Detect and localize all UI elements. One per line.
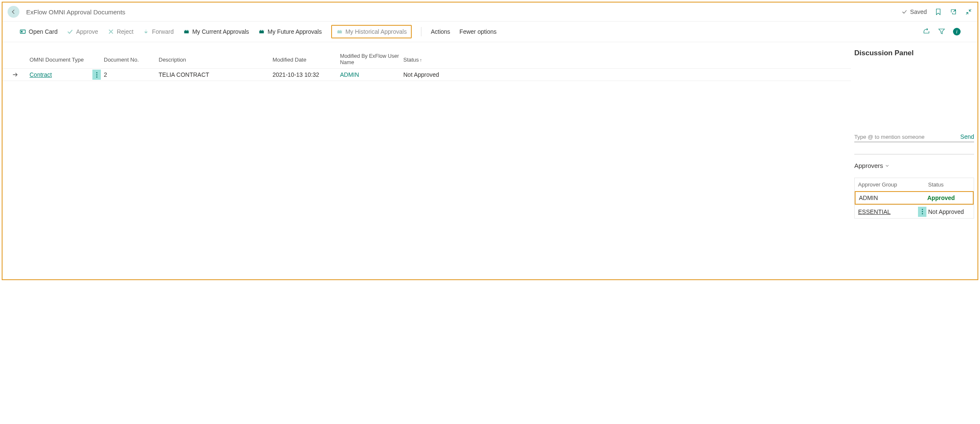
- approvers-row[interactable]: ESSENTIAL Not Approved: [855, 205, 974, 218]
- svg-rect-11: [337, 30, 338, 31]
- approve-button[interactable]: Approve: [67, 28, 98, 35]
- cell-modified-date: 2021-10-13 10:32: [271, 71, 338, 78]
- forward-label: Forward: [152, 28, 173, 35]
- col-status-label: Status: [403, 57, 419, 63]
- approver-group-link[interactable]: ESSENTIAL: [858, 208, 891, 215]
- svg-rect-5: [187, 30, 188, 31]
- approvers-section-toggle[interactable]: Approvers: [854, 162, 974, 169]
- cell-doc-no: 2: [102, 71, 157, 78]
- vertical-dots-icon: [96, 72, 97, 78]
- cell-status: Not Approved: [402, 71, 452, 78]
- toolbar-right: i: [923, 27, 961, 36]
- toolbar-separator: [421, 27, 421, 36]
- actions-label: Actions: [431, 28, 450, 35]
- saved-indicator: Saved: [902, 8, 927, 15]
- main-grid-area: OMNI Document Type Document No. Descript…: [3, 42, 851, 280]
- share-icon[interactable]: [923, 27, 930, 36]
- col-doc-type[interactable]: OMNI Document Type: [28, 57, 91, 63]
- approver-row-menu[interactable]: [918, 207, 926, 217]
- my-current-label: My Current Approvals: [192, 28, 249, 35]
- x-icon: [108, 28, 114, 35]
- check-icon: [67, 28, 73, 35]
- discussion-input-row: Send: [854, 133, 974, 142]
- col-modified-by-label: Modified By ExFlow User Name: [340, 53, 399, 65]
- approver-group-cell[interactable]: ESSENTIAL: [858, 208, 916, 215]
- grid-header: OMNI Document Type Document No. Descript…: [3, 53, 851, 68]
- col-doc-no[interactable]: Document No.: [102, 57, 157, 63]
- cell-doc-type[interactable]: Contract: [28, 71, 91, 78]
- cell-description: TELIA CONTRACT: [157, 71, 271, 78]
- svg-rect-12: [339, 30, 340, 31]
- approver-status-cell: Not Approved: [928, 208, 970, 215]
- popout-icon[interactable]: [950, 8, 957, 16]
- open-card-label: Open Card: [29, 28, 57, 35]
- svg-rect-8: [261, 30, 262, 31]
- my-future-label: My Future Approvals: [267, 28, 321, 35]
- approve-label: Approve: [76, 28, 98, 35]
- title-bar-right: Saved: [902, 8, 972, 16]
- doc-type-link[interactable]: Contract: [30, 71, 52, 78]
- action-toolbar: Open Card Approve Reject Forward My Curr…: [3, 22, 977, 42]
- row-actions-menu[interactable]: [92, 70, 101, 80]
- approver-status-cell: Approved: [927, 194, 969, 201]
- my-historical-approvals-button[interactable]: My Historical Approvals: [331, 25, 412, 38]
- svg-rect-4: [186, 30, 186, 31]
- col-modified-date[interactable]: Modified Date: [271, 57, 338, 63]
- col-status[interactable]: Status↑: [402, 57, 452, 63]
- cell-modified-by[interactable]: ADMIN: [338, 71, 402, 78]
- svg-rect-3: [184, 30, 185, 31]
- page-frame: ExFlow OMNI Approval Documents Saved Ope…: [2, 2, 978, 280]
- reject-label: Reject: [117, 28, 134, 35]
- approvers-table: Approver Group Status ADMIN Approved ESS…: [854, 178, 974, 219]
- open-card-button[interactable]: Open Card: [19, 28, 57, 35]
- film-icon: [183, 28, 190, 35]
- chevron-down-icon: [885, 163, 890, 168]
- page-title: ExFlow OMNI Approval Documents: [26, 8, 125, 16]
- collapse-icon[interactable]: [965, 8, 972, 16]
- my-future-approvals-button[interactable]: My Future Approvals: [258, 28, 321, 35]
- discussion-input[interactable]: [854, 134, 957, 140]
- panel-divider: [854, 154, 974, 154]
- documents-grid: OMNI Document Type Document No. Descript…: [3, 53, 851, 81]
- discussion-send-button[interactable]: Send: [960, 133, 974, 140]
- back-button[interactable]: [8, 6, 19, 18]
- approvers-col-menu: [916, 181, 928, 188]
- forward-button[interactable]: Forward: [143, 28, 173, 35]
- actions-menu[interactable]: Actions: [431, 28, 450, 35]
- row-indicator: [3, 71, 28, 78]
- sort-asc-icon: ↑: [420, 57, 422, 62]
- side-panel: Discussion Panel Send Approvers Approver…: [851, 42, 977, 280]
- filter-icon[interactable]: [938, 27, 945, 36]
- title-bar: ExFlow OMNI Approval Documents Saved: [3, 3, 977, 22]
- info-icon[interactable]: i: [953, 28, 961, 35]
- approver-menu-cell: [916, 207, 928, 217]
- svg-rect-0: [20, 30, 25, 33]
- my-historical-label: My Historical Approvals: [346, 28, 407, 35]
- arrow-down-icon: [143, 28, 149, 35]
- saved-label: Saved: [910, 8, 927, 15]
- card-icon: [19, 28, 26, 35]
- table-row[interactable]: Contract 2 TELIA CONTRACT 2021-10-13 10:…: [3, 68, 851, 81]
- page-body: OMNI Document Type Document No. Descript…: [3, 42, 977, 280]
- svg-rect-7: [259, 30, 260, 31]
- fewer-options-button[interactable]: Fewer options: [459, 28, 497, 35]
- approvers-col-group[interactable]: Approver Group: [858, 181, 916, 188]
- col-description[interactable]: Description: [157, 57, 271, 63]
- reject-button[interactable]: Reject: [108, 28, 134, 35]
- svg-rect-13: [340, 30, 341, 31]
- approvers-title-label: Approvers: [854, 162, 883, 169]
- user-link[interactable]: ADMIN: [340, 71, 359, 78]
- col-modified-by[interactable]: Modified By ExFlow User Name: [338, 53, 402, 66]
- approvers-row[interactable]: ADMIN Approved: [855, 191, 974, 205]
- svg-rect-9: [263, 30, 264, 31]
- approver-group-cell: ADMIN: [859, 194, 915, 201]
- bookmark-icon[interactable]: [934, 8, 942, 16]
- my-current-approvals-button[interactable]: My Current Approvals: [183, 28, 249, 35]
- film-icon: [258, 28, 265, 35]
- film-icon-muted: [336, 28, 343, 35]
- discussion-panel-title: Discussion Panel: [854, 49, 974, 57]
- cell-rowmenu: [91, 70, 102, 80]
- fewer-options-label: Fewer options: [459, 28, 497, 35]
- approvers-col-status[interactable]: Status: [928, 181, 970, 188]
- approvers-header: Approver Group Status: [855, 178, 974, 191]
